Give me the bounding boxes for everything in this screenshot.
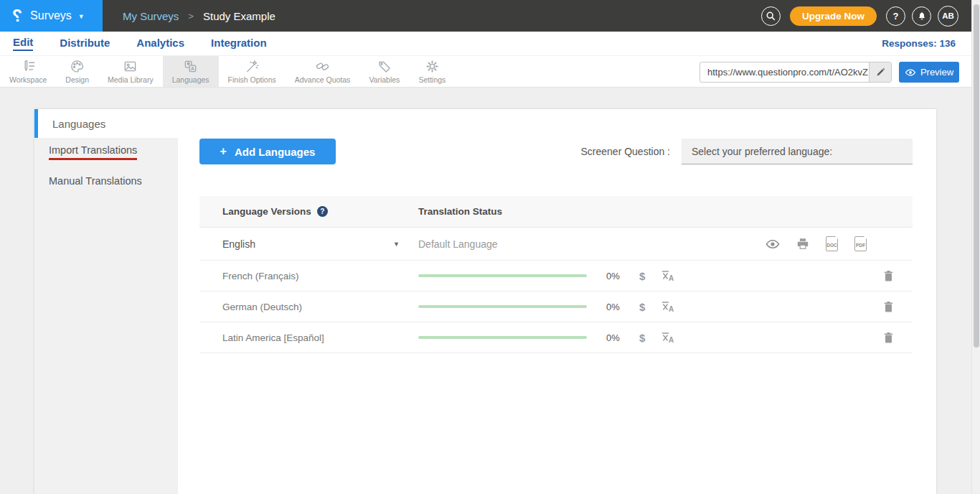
default-language-dropdown[interactable]: English ▼ bbox=[199, 238, 418, 250]
sidebar-title: Languages bbox=[34, 109, 178, 138]
default-language-status-cell: Default Language DOC PDF bbox=[418, 236, 913, 251]
tool-design[interactable]: Design bbox=[56, 56, 98, 87]
tool-label: Advance Quotas bbox=[295, 75, 351, 84]
export-doc-button[interactable]: DOC bbox=[826, 236, 838, 251]
search-icon bbox=[765, 11, 776, 21]
translate-icon: A bbox=[661, 269, 675, 282]
tag-icon bbox=[377, 59, 392, 74]
search-button[interactable] bbox=[761, 6, 781, 26]
screener-question-group: Screener Question : Select your preferre… bbox=[580, 139, 913, 164]
bell-icon bbox=[917, 11, 927, 21]
translation-progress-pct: 0% bbox=[606, 332, 625, 343]
breadcrumb-my-surveys[interactable]: My Surveys bbox=[123, 10, 179, 22]
add-languages-label: Add Languages bbox=[235, 146, 316, 158]
svg-text:A: A bbox=[669, 274, 674, 282]
print-button[interactable] bbox=[796, 238, 809, 250]
chevron-down-icon: ▼ bbox=[393, 241, 400, 248]
tool-label: Languages bbox=[172, 75, 209, 84]
workspace-icon bbox=[21, 59, 36, 74]
upgrade-now-button[interactable]: Upgrade Now bbox=[790, 6, 877, 26]
column-label: Translation Status bbox=[418, 206, 502, 217]
paid-translation-button[interactable]: $ bbox=[639, 270, 645, 282]
svg-text:A: A bbox=[669, 305, 674, 313]
table-row-language: Latin America [Español] 0% $ A bbox=[199, 322, 913, 353]
table-header: Language Versions ? Translation Status bbox=[199, 196, 913, 228]
add-languages-button[interactable]: + Add Languages bbox=[199, 139, 336, 164]
avatar[interactable]: AB bbox=[938, 6, 958, 27]
edit-toolbar: Workspace Design Media Library A Languag… bbox=[0, 55, 980, 88]
survey-url[interactable]: https://www.questionpro.com/t/AO2kvZ bbox=[700, 62, 869, 82]
language-status-cell: 0% $ A bbox=[418, 300, 913, 313]
languages-panel: Languages Import Translations Manual Tra… bbox=[34, 109, 936, 494]
eye-icon bbox=[905, 68, 916, 77]
default-language-actions: DOC PDF bbox=[765, 236, 867, 251]
sidebar-item-label: Import Translations bbox=[49, 144, 137, 160]
sidebar-item-manual-translations[interactable]: Manual Translations bbox=[34, 167, 178, 195]
breadcrumb-separator-icon: > bbox=[188, 11, 194, 22]
screener-question-select[interactable]: Select your preferred language: bbox=[682, 139, 913, 164]
tool-label: Workspace bbox=[9, 75, 47, 84]
screener-question-label: Screener Question : bbox=[580, 146, 670, 157]
view-survey-button[interactable] bbox=[765, 239, 780, 249]
sidebar-item-import-translations[interactable]: Import Translations bbox=[34, 138, 178, 167]
paid-translation-button[interactable]: $ bbox=[639, 301, 645, 313]
languages-sidebar: Languages Import Translations Manual Tra… bbox=[34, 109, 178, 494]
auto-translate-button[interactable]: A bbox=[661, 269, 675, 282]
gear-icon bbox=[425, 59, 440, 74]
link-icon bbox=[315, 59, 330, 74]
breadcrumb: My Surveys > Study Example bbox=[123, 0, 275, 32]
tab-analytics[interactable]: Analytics bbox=[136, 37, 184, 50]
responses-count[interactable]: Responses: 136 bbox=[882, 38, 980, 49]
survey-url-box: https://www.questionpro.com/t/AO2kvZ bbox=[699, 62, 892, 83]
auto-translate-button[interactable]: A bbox=[661, 300, 675, 313]
preview-label: Preview bbox=[920, 67, 953, 78]
tool-media-library[interactable]: Media Library bbox=[98, 56, 163, 87]
page-scrollbar[interactable] bbox=[971, 0, 980, 494]
export-pdf-button[interactable]: PDF bbox=[854, 236, 867, 251]
delete-language-button[interactable] bbox=[883, 332, 894, 344]
tool-label: Finish Options bbox=[228, 75, 276, 84]
product-name: Surveys bbox=[30, 9, 72, 22]
tool-label: Settings bbox=[418, 75, 446, 84]
auto-translate-button[interactable]: A bbox=[661, 331, 675, 344]
translation-progress-pct: 0% bbox=[606, 271, 625, 281]
tab-edit[interactable]: Edit bbox=[13, 36, 33, 51]
tab-distribute[interactable]: Distribute bbox=[60, 37, 110, 50]
trash-icon bbox=[883, 301, 894, 313]
svg-text:A: A bbox=[191, 66, 194, 72]
tool-workspace[interactable]: Workspace bbox=[0, 56, 56, 87]
translation-progress-bar bbox=[418, 305, 587, 308]
language-name: Latin America [Español] bbox=[199, 332, 418, 343]
pencil-icon bbox=[876, 67, 885, 77]
tool-finish-options[interactable]: Finish Options bbox=[219, 56, 286, 87]
language-name: French (Français) bbox=[199, 271, 418, 281]
sidebar-items: Import Translations Manual Translations bbox=[34, 138, 178, 494]
breadcrumb-survey-title: Study Example bbox=[203, 10, 275, 22]
language-status-cell: 0% $ A bbox=[418, 331, 913, 344]
column-language-versions: Language Versions ? bbox=[199, 206, 418, 217]
preview-button[interactable]: Preview bbox=[899, 62, 959, 83]
header-actions: Upgrade Now ? AB bbox=[761, 0, 980, 32]
trash-icon bbox=[883, 270, 894, 282]
survey-nav: Edit Distribute Analytics Integration Re… bbox=[0, 32, 980, 55]
product-menu[interactable]: ? Surveys ▼ bbox=[0, 0, 103, 32]
top-header: ? Surveys ▼ My Surveys > Study Example U… bbox=[0, 0, 980, 32]
language-name: German (Deutsch) bbox=[199, 302, 418, 312]
content-top-row: + Add Languages Screener Question : Sele… bbox=[199, 139, 913, 164]
delete-language-button[interactable] bbox=[883, 270, 894, 282]
scrollbar-thumb[interactable] bbox=[974, 4, 979, 348]
translation-progress-bar bbox=[418, 336, 587, 339]
tool-advance-quotas[interactable]: Advance Quotas bbox=[286, 56, 360, 87]
tool-settings[interactable]: Settings bbox=[409, 56, 455, 87]
translation-progress-pct: 0% bbox=[606, 302, 625, 312]
paid-translation-button[interactable]: $ bbox=[639, 332, 645, 344]
tool-languages[interactable]: A Languages bbox=[163, 56, 219, 87]
edit-url-button[interactable] bbox=[869, 62, 891, 82]
help-button[interactable]: ? bbox=[886, 6, 905, 26]
tool-variables[interactable]: Variables bbox=[359, 56, 409, 87]
tab-integration[interactable]: Integration bbox=[211, 37, 267, 50]
help-badge-icon[interactable]: ? bbox=[317, 206, 328, 217]
delete-language-button[interactable] bbox=[883, 301, 894, 313]
notifications-button[interactable] bbox=[912, 6, 931, 26]
eye-icon bbox=[765, 239, 780, 249]
